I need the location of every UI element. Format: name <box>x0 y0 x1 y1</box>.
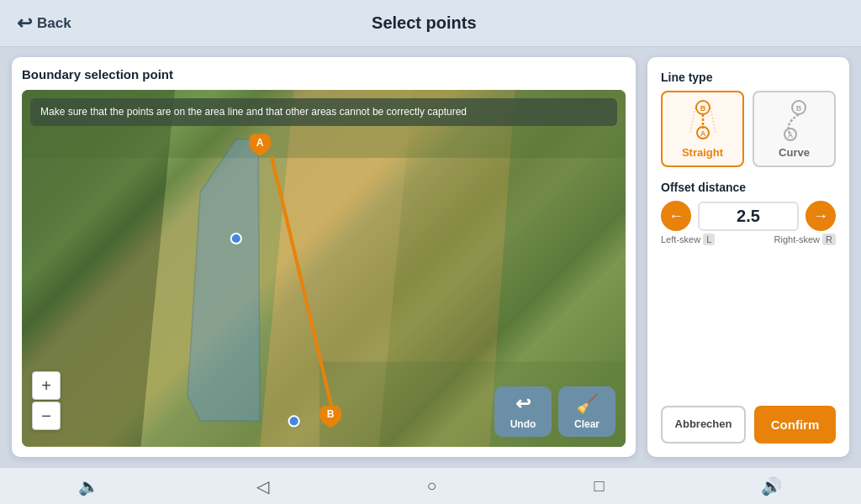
bottom-buttons: Abbrechen Confirm <box>661 406 836 444</box>
clear-icon: 🧹 <box>576 393 599 415</box>
svg-text:A: A <box>700 129 705 138</box>
undo-label: Undo <box>510 418 536 430</box>
back-label: Back <box>37 15 71 32</box>
bottom-nav: 🔈 ◁ ○ □ 🔊 <box>0 467 861 504</box>
line-type-section: Line type B A Straight <box>661 71 836 167</box>
back-button[interactable]: ↩ Back <box>17 13 71 34</box>
straight-icon: B A <box>682 99 724 141</box>
volume-down-icon[interactable]: 🔈 <box>78 476 99 496</box>
offset-section: Offset distance ← 2.5 → Left-skew L Righ… <box>661 181 836 244</box>
svg-text:B: B <box>795 104 801 113</box>
undo-button[interactable]: ↩ Undo <box>494 386 552 437</box>
back-nav-icon[interactable]: ◁ <box>256 476 269 496</box>
straight-label: Straight <box>682 146 723 159</box>
line-type-label: Line type <box>661 71 836 84</box>
recents-nav-icon[interactable]: □ <box>594 476 604 496</box>
line-type-row: B A Straight B <box>661 91 836 167</box>
right-skew-label: Right-skew R <box>774 234 836 244</box>
offset-label: Offset distance <box>661 181 836 194</box>
svg-text:A: A <box>256 137 264 149</box>
svg-text:B: B <box>700 104 705 113</box>
map-container[interactable]: A B Make sure that the points are on the… <box>22 90 626 447</box>
offset-value: 2.5 <box>698 202 799 231</box>
clear-button[interactable]: 🧹 Clear <box>558 386 615 437</box>
panel-title: Boundary selection point <box>22 67 626 81</box>
main-content: Boundary selection point <box>0 47 861 467</box>
clear-label: Clear <box>574 418 600 430</box>
svg-point-9 <box>231 234 241 244</box>
svg-line-19 <box>710 108 716 133</box>
right-panel: Line type B A Straight <box>647 57 849 457</box>
info-banner: Make sure that the points are on the are… <box>30 98 617 126</box>
undo-icon: ↩ <box>515 393 531 415</box>
svg-text:B: B <box>327 408 335 420</box>
top-bar: ↩ Back Select points <box>0 0 861 47</box>
offset-control: ← 2.5 → <box>661 201 836 231</box>
left-panel: Boundary selection point <box>12 57 636 457</box>
right-skew-key: R <box>822 234 836 245</box>
svg-point-10 <box>289 416 299 426</box>
volume-up-icon[interactable]: 🔊 <box>761 476 782 496</box>
abbrechen-button[interactable]: Abbrechen <box>661 406 746 444</box>
map-actions: ↩ Undo 🧹 Clear <box>494 386 615 437</box>
home-nav-icon[interactable]: ○ <box>426 476 436 496</box>
offset-decrease-button[interactable]: ← <box>661 201 691 231</box>
zoom-controls: + − <box>32 371 61 430</box>
offset-increase-button[interactable]: → <box>806 201 836 231</box>
line-type-straight[interactable]: B A Straight <box>661 91 744 167</box>
line-type-curve[interactable]: B A Curve <box>753 91 836 167</box>
left-skew-label: Left-skew L <box>661 234 715 244</box>
map-background: A B Make sure that the points are on the… <box>22 90 626 447</box>
zoom-in-button[interactable]: + <box>32 371 61 400</box>
left-skew-key: L <box>703 234 715 245</box>
svg-text:A: A <box>787 131 793 139</box>
page-title: Select points <box>71 13 777 33</box>
curve-label: Curve <box>779 146 810 159</box>
offset-labels: Left-skew L Right-skew R <box>661 234 836 244</box>
zoom-out-button[interactable]: − <box>32 402 61 430</box>
svg-line-18 <box>690 108 695 133</box>
back-arrow-icon: ↩ <box>17 13 32 34</box>
confirm-button[interactable]: Confirm <box>754 406 836 444</box>
curve-icon: B A <box>774 99 816 141</box>
